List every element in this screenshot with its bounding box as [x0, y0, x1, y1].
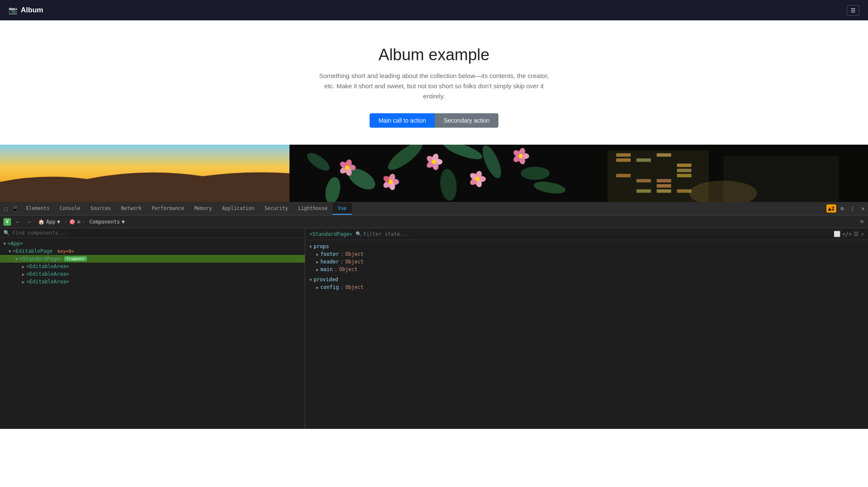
- props-text: props: [314, 244, 329, 249]
- devtools-tab-bar: ⬚ 📱 Elements Console Sources Network Per…: [0, 202, 868, 216]
- selected-component-tag: <StandardPage>: [309, 231, 352, 237]
- list-icon[interactable]: ☰: [854, 231, 859, 237]
- tab-security[interactable]: Security: [259, 203, 293, 215]
- filter-wrap: 🔍: [356, 231, 830, 237]
- devtools-panels: 🔍 ▼ <App> ▼ <EditablePage key=0> ▼ <Stan…: [0, 228, 868, 429]
- provided-toggle-icon[interactable]: ▼: [309, 277, 312, 282]
- tree-item-editablearea-1[interactable]: ▶ <EditableArea>: [0, 263, 305, 270]
- tab-sources[interactable]: Sources: [85, 203, 116, 215]
- components-dropdown[interactable]: Components ▼: [87, 218, 127, 226]
- filter-state-input[interactable]: [363, 231, 428, 237]
- prop-arrow[interactable]: ▶: [316, 260, 319, 264]
- prop-value: Object: [339, 266, 357, 272]
- prop-value: Object: [345, 259, 364, 265]
- settings-icon[interactable]: ⚙: [839, 204, 846, 213]
- photo-flowers: [289, 145, 579, 202]
- secondary-action-button[interactable]: Secondary action: [435, 113, 498, 128]
- close-icon[interactable]: ✕: [860, 204, 866, 213]
- hero-description: Something short and leading about the co…: [315, 71, 553, 101]
- prop-value: Object: [345, 251, 364, 257]
- prop-arrow[interactable]: ▶: [316, 267, 319, 272]
- open-icon[interactable]: ↗: [860, 231, 864, 237]
- tab-performance[interactable]: Performance: [147, 203, 189, 215]
- navbar: 📷 Album ☰: [0, 0, 868, 20]
- state-panel-header: <StandardPage> 🔍 ⬜ </> ☰ ↗: [305, 228, 868, 240]
- provided-label: ▼ provided: [309, 276, 864, 283]
- prop-arrow[interactable]: ▶: [316, 252, 319, 257]
- devtools-panel: ⬚ 📱 Elements Console Sources Network Per…: [0, 202, 868, 429]
- photo-grid: [0, 145, 868, 202]
- prop-key: footer: [320, 251, 339, 257]
- search-icon: 🔍: [3, 230, 10, 236]
- chevron-down-icon: ▼: [57, 219, 60, 225]
- provided-config: ▶ config : Object: [309, 283, 864, 291]
- tab-memory[interactable]: Memory: [189, 203, 217, 215]
- props-section: ▼ props ▶ footer : Object ▶ header: [305, 240, 868, 294]
- hero-title: Album example: [8, 46, 860, 64]
- fragment-badge: fragment: [64, 256, 86, 261]
- arrow-icon: ▶: [22, 264, 25, 269]
- app-icon: 🏠: [38, 219, 45, 225]
- hamburger-icon: ☰: [851, 7, 856, 14]
- provided-section: ▼ provided ▶ config : Object: [305, 274, 868, 293]
- tree-item-editablearea-3[interactable]: ▶ <EditableArea>: [0, 278, 305, 285]
- grid-icon[interactable]: ⊞: [77, 219, 80, 225]
- tab-vue[interactable]: Vue: [333, 203, 352, 215]
- tab-lighthouse[interactable]: Lighthouse: [293, 203, 333, 215]
- tree-item-editablepage[interactable]: ▼ <EditablePage key=0>: [0, 247, 305, 255]
- devtools-toolbar: V ← → 🏠 App ▼ › 🎯 ⊞ › Components ▼ 👁: [0, 216, 868, 228]
- provided-text: provided: [314, 277, 338, 283]
- component-tree-panel: 🔍 ▼ <App> ▼ <EditablePage key=0> ▼ <Stan…: [0, 228, 305, 429]
- components-label: Components: [89, 219, 120, 225]
- props-group: ▼ props ▶ footer : Object ▶ header: [305, 242, 868, 274]
- props-row: ▶ header : Object: [316, 258, 864, 266]
- component-name: <EditableArea>: [26, 263, 69, 269]
- prop-key: main: [320, 266, 333, 272]
- inspect-target-icon[interactable]: 🎯: [69, 219, 75, 225]
- provided-arrow[interactable]: ▶: [316, 285, 319, 290]
- props-row: ▶ main : Object: [316, 266, 864, 273]
- chevron-right-icon: ›: [82, 219, 85, 225]
- arrow-icon: ▼: [8, 249, 11, 254]
- tab-console[interactable]: Console: [55, 203, 85, 215]
- devtools-right-icons: ▲2 ⚙ ⋮ ✕: [826, 204, 866, 213]
- back-button[interactable]: ←: [13, 217, 22, 226]
- component-tree: ▼ <App> ▼ <EditablePage key=0> ▼ <Standa…: [0, 238, 305, 429]
- props-toggle-icon[interactable]: ▼: [309, 244, 312, 249]
- props-row: ▶ footer : Object: [316, 250, 864, 258]
- brand-label: Album: [21, 6, 43, 14]
- tree-item-standardpage[interactable]: ▼ <StandardPage> fragment: [0, 255, 305, 263]
- code-icon[interactable]: </>: [842, 231, 852, 237]
- camera-icon: 📷: [8, 6, 17, 15]
- tree-item-editablearea-2[interactable]: ▶ <EditableArea>: [0, 270, 305, 278]
- props-label: ▼ props: [309, 243, 864, 250]
- component-name: <EditableArea>: [26, 271, 69, 277]
- hero-section: Album example Something short and leadin…: [0, 20, 868, 145]
- app-dropdown[interactable]: 🏠 App ▼: [36, 218, 63, 226]
- right-panel-action-icons: ⬜ </> ☰ ↗: [834, 231, 864, 237]
- search-input[interactable]: [12, 230, 301, 236]
- eye-icon[interactable]: 👁: [860, 219, 865, 225]
- tab-network[interactable]: Network: [116, 203, 147, 215]
- provided-key: config: [320, 284, 339, 290]
- arrow-icon: ▼: [3, 241, 6, 246]
- tree-item-app[interactable]: ▼ <App>: [0, 240, 305, 247]
- provided-row: ▶ config : Object: [316, 283, 864, 291]
- mobile-icon[interactable]: 📱: [9, 204, 21, 213]
- component-name: <StandardPage>: [19, 256, 62, 262]
- navbar-toggler[interactable]: ☰: [847, 5, 860, 16]
- state-panel: <StandardPage> 🔍 ⬜ </> ☰ ↗ ▼ props: [305, 228, 868, 429]
- forward-button[interactable]: →: [24, 217, 34, 226]
- component-name: <App>: [8, 241, 23, 246]
- brand: 📷 Album: [8, 6, 43, 15]
- inspect-icon[interactable]: ⬚: [2, 204, 9, 213]
- primary-cta-button[interactable]: Main call to action: [370, 113, 435, 128]
- photo-sunset: [0, 145, 289, 202]
- tab-elements[interactable]: Elements: [21, 203, 54, 215]
- tab-application[interactable]: Application: [217, 203, 259, 215]
- photo-building: [579, 145, 868, 202]
- provided-value: Object: [345, 284, 364, 290]
- arrow-icon: ▶: [22, 280, 25, 284]
- more-icon[interactable]: ⋮: [848, 204, 857, 213]
- copy-icon[interactable]: ⬜: [834, 231, 840, 237]
